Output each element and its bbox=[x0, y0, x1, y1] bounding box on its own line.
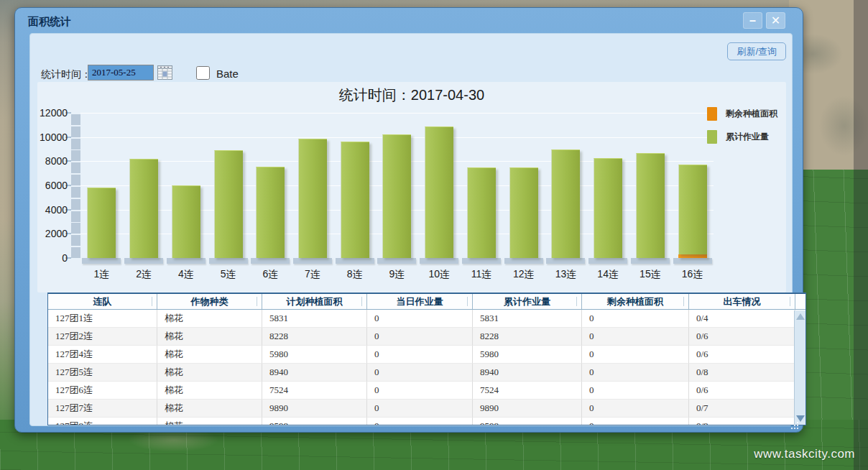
bar-9连-累计作业量[interactable] bbox=[382, 134, 411, 258]
y-axis-label: 10000 bbox=[36, 132, 68, 143]
column-header-5[interactable]: 累计作业量 bbox=[473, 294, 582, 309]
bar-1连-累计作业量[interactable] bbox=[87, 188, 116, 258]
table-cell: 0/8 bbox=[689, 418, 795, 425]
table-cell: 0/6 bbox=[689, 328, 795, 346]
table-row[interactable]: 127团5连棉花89400894000/8 bbox=[48, 364, 805, 382]
table-row[interactable]: 127团1连棉花58310583100/4 bbox=[48, 310, 805, 328]
table-cell: 0 bbox=[367, 310, 473, 328]
legend-swatch bbox=[707, 130, 717, 144]
table-row[interactable]: 127团6连棉花75240752400/6 bbox=[48, 382, 805, 400]
bar-floor-pad bbox=[504, 258, 543, 264]
table-cell: 棉花 bbox=[157, 310, 262, 328]
bate-checkbox[interactable] bbox=[196, 66, 210, 80]
bar-10连-累计作业量[interactable] bbox=[425, 126, 453, 258]
bar-floor-pad bbox=[124, 258, 163, 264]
bar-5连-累计作业量[interactable] bbox=[214, 150, 243, 258]
table-cell: 0/6 bbox=[689, 346, 795, 364]
bar-slot: 15连 bbox=[629, 113, 672, 258]
resize-grip-icon[interactable] bbox=[790, 421, 799, 430]
x-axis-label: 11连 bbox=[461, 268, 503, 281]
bar-4连-累计作业量[interactable] bbox=[172, 185, 200, 258]
bar-15连-累计作业量[interactable] bbox=[636, 153, 665, 258]
bar-16连-累计作业量[interactable] bbox=[678, 165, 707, 254]
x-axis-label: 6连 bbox=[249, 268, 292, 281]
x-axis-label: 5连 bbox=[207, 268, 249, 281]
table-cell: 5831 bbox=[262, 310, 367, 328]
table-row[interactable]: 127团7连棉花98900989000/7 bbox=[48, 400, 805, 418]
bar-floor-pad bbox=[546, 258, 585, 264]
column-header-1[interactable]: 连队 bbox=[48, 294, 157, 309]
bar-floor-pad bbox=[251, 258, 290, 264]
bar-8连-累计作业量[interactable] bbox=[341, 142, 369, 258]
legend-label: 剩余种植面积 bbox=[726, 108, 777, 120]
column-header-2[interactable]: 作物种类 bbox=[157, 294, 262, 309]
bar-16连-剩余种植面积[interactable] bbox=[678, 254, 707, 258]
table-cell: 127团6连 bbox=[48, 382, 157, 400]
x-axis-label: 13连 bbox=[545, 268, 587, 281]
bar-floor-pad bbox=[631, 258, 670, 264]
refresh-query-button[interactable]: 刷新/查询 bbox=[727, 42, 786, 60]
legend-item[interactable]: 剩余种植面积 bbox=[707, 107, 777, 121]
bar-slot: 2连 bbox=[123, 113, 165, 258]
y-axis-label: 6000 bbox=[36, 180, 68, 191]
table-cell: 棉花 bbox=[157, 400, 262, 418]
minimize-button[interactable]: – bbox=[743, 12, 762, 29]
bar-slot: 6连 bbox=[249, 113, 292, 258]
y-axis-wall bbox=[71, 113, 80, 258]
table-scrollbar[interactable] bbox=[794, 310, 805, 425]
dialog-content-panel: 刷新/查询 统计时间： Bate 统计时间：2017-04-30 020 bbox=[29, 33, 793, 426]
legend-item[interactable]: 累计作业量 bbox=[707, 130, 777, 144]
bar-7连-累计作业量[interactable] bbox=[298, 139, 327, 258]
table-cell: 0/8 bbox=[689, 364, 795, 382]
table-row[interactable]: 127团4连棉花59800598000/6 bbox=[48, 346, 805, 364]
bar-14连-累计作业量[interactable] bbox=[594, 158, 622, 258]
legend-label: 累计作业量 bbox=[726, 131, 769, 143]
bar-floor-pad bbox=[673, 258, 712, 264]
table-cell: 9598 bbox=[262, 418, 367, 425]
column-header-4[interactable]: 当日作业量 bbox=[367, 294, 473, 309]
x-axis-label: 12连 bbox=[502, 268, 545, 281]
table-cell: 0 bbox=[582, 328, 689, 346]
column-header-7[interactable]: 出车情况 bbox=[689, 294, 795, 309]
date-label: 统计时间： bbox=[41, 68, 91, 81]
table-cell: 0 bbox=[582, 364, 689, 382]
bar-2连-累计作业量[interactable] bbox=[129, 159, 158, 259]
date-input[interactable] bbox=[88, 65, 154, 80]
scroll-up-icon[interactable] bbox=[796, 313, 805, 320]
table-cell: 127团4连 bbox=[48, 346, 157, 364]
table-cell: 棉花 bbox=[157, 382, 262, 400]
bar-slot: 7连 bbox=[292, 113, 334, 258]
table-cell: 5980 bbox=[473, 346, 582, 364]
x-axis-label: 16连 bbox=[671, 268, 714, 281]
calendar-icon[interactable] bbox=[157, 65, 172, 80]
bar-11连-累计作业量[interactable] bbox=[467, 167, 496, 258]
table-row[interactable]: 127团8连棉花95980959800/8 bbox=[48, 418, 805, 425]
table-cell: 8228 bbox=[262, 328, 367, 346]
bar-floor-pad bbox=[209, 258, 248, 264]
x-axis-label: 9连 bbox=[376, 268, 418, 281]
x-axis-label: 4连 bbox=[165, 268, 207, 281]
table-row[interactable]: 127团2连棉花82280822800/6 bbox=[48, 328, 805, 346]
table-cell: 0/4 bbox=[689, 310, 795, 328]
bar-slot: 8连 bbox=[333, 113, 376, 258]
table-cell: 127团7连 bbox=[48, 400, 157, 418]
bar-6连-累计作业量[interactable] bbox=[256, 167, 285, 258]
table-header-row: 连队作物种类计划种植面积当日作业量累计作业量剩余种植面积出车情况 bbox=[48, 293, 805, 310]
statistics-table: 连队作物种类计划种植面积当日作业量累计作业量剩余种植面积出车情况 127团1连棉… bbox=[47, 292, 806, 425]
bar-13连-累计作业量[interactable] bbox=[551, 149, 580, 258]
chart-title: 统计时间：2017-04-30 bbox=[37, 86, 786, 105]
bar-slot: 12连 bbox=[502, 113, 545, 258]
bar-floor-pad bbox=[167, 258, 206, 264]
y-axis-label: 8000 bbox=[36, 155, 68, 167]
table-cell: 0/6 bbox=[689, 382, 795, 400]
table-cell: 8940 bbox=[473, 364, 582, 382]
close-button[interactable]: ✕ bbox=[766, 12, 785, 29]
column-header-6[interactable]: 剩余种植面积 bbox=[582, 294, 689, 309]
column-header-3[interactable]: 计划种植面积 bbox=[262, 294, 367, 309]
map-edge-shade bbox=[854, 0, 868, 470]
bar-12连-累计作业量[interactable] bbox=[509, 167, 538, 258]
y-axis-label: 12000 bbox=[36, 107, 68, 119]
table-cell: 7524 bbox=[262, 382, 367, 400]
table-cell: 棉花 bbox=[157, 418, 262, 425]
table-cell: 棉花 bbox=[157, 346, 262, 364]
